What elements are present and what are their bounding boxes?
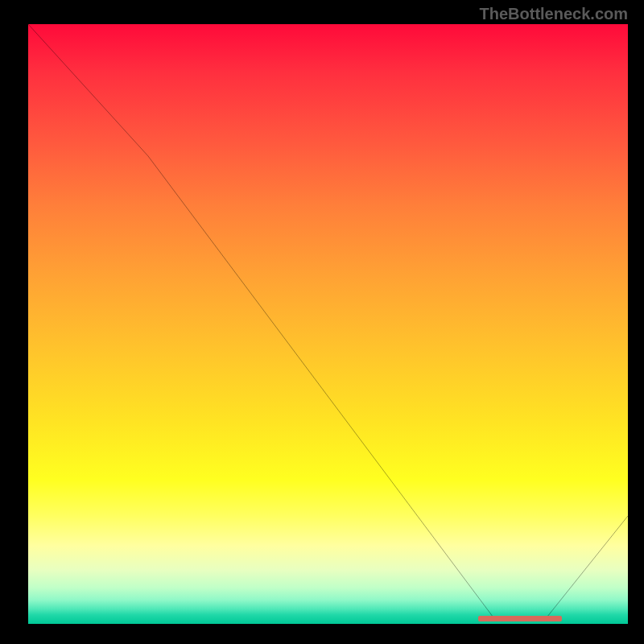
optimal-range-marker: [478, 616, 562, 621]
watermark-text: TheBottleneck.com: [480, 5, 628, 23]
bottleneck-curve: [28, 24, 628, 624]
curve-path: [28, 24, 628, 621]
chart-plot-area: [28, 24, 628, 624]
